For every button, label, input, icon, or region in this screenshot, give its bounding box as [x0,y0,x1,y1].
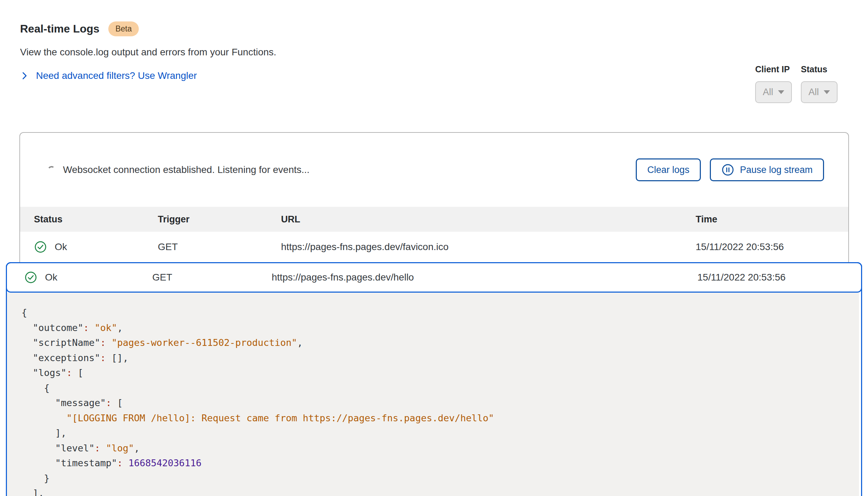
status-filter-label: Status [801,64,838,74]
check-circle-icon [34,240,47,254]
status-value: Ok [55,241,67,252]
log-detail-panel: { "outcome": "ok", "scriptName": "pages-… [7,293,859,496]
json-code: { "outcome": "ok", "scriptName": "pages-… [21,305,859,496]
clear-logs-label: Clear logs [647,165,689,175]
spinner-icon [47,165,56,174]
url-value: https://pages-fns.pages.dev/hello [272,272,697,283]
col-trigger: Trigger [158,214,281,225]
pause-log-stream-button[interactable]: Pause log stream [710,158,824,181]
panel-actions: Clear logs Pause log stream [636,158,824,181]
logs-panel-toolbar: Websocket connection established. Listen… [20,133,848,207]
trigger-value: GET [152,272,272,283]
pause-log-stream-label: Pause log stream [740,165,813,175]
status-filter: Status All [801,64,838,103]
trigger-value: GET [158,241,281,252]
status-cell: Ok [34,240,158,254]
page-header: Real-time Logs Beta View the console.log… [0,0,868,82]
chevron-down-icon [778,90,784,94]
table-header: Status Trigger URL Time [20,207,848,232]
wrangler-link[interactable]: Need advanced filters? Use Wrangler [20,70,197,81]
pause-icon [721,163,734,176]
client-ip-filter-value: All [763,87,773,98]
col-url: URL [281,214,696,225]
chevron-down-icon [824,90,830,94]
url-value: https://pages-fns.pages.dev/favicon.ico [281,241,696,252]
check-circle-icon [24,271,37,284]
filters: Client IP All Status All [755,64,838,103]
wrangler-link-label: Need advanced filters? Use Wrangler [36,70,197,81]
expanded-log-entry: Ok GET https://pages-fns.pages.dev/hello… [6,262,862,496]
logs-panel: Websocket connection established. Listen… [19,132,849,262]
col-time: Time [696,214,848,225]
title-row: Real-time Logs Beta [20,21,848,36]
status-value: Ok [45,272,57,283]
status-filter-dropdown[interactable]: All [801,81,838,103]
col-status: Status [34,214,158,225]
time-value: 15/11/2022 20:53:56 [697,272,861,283]
status-filter-value: All [808,87,819,98]
table-row-selected[interactable]: Ok GET https://pages-fns.pages.dev/hello… [6,262,862,293]
time-value: 15/11/2022 20:53:56 [696,241,848,252]
page-title: Real-time Logs [20,22,99,35]
client-ip-filter-dropdown[interactable]: All [755,81,792,103]
client-ip-filter-label: Client IP [755,64,792,74]
chevron-right-icon [20,71,29,80]
status-cell: Ok [24,271,152,284]
table-row[interactable]: Ok GET https://pages-fns.pages.dev/favic… [20,232,848,262]
clear-logs-button[interactable]: Clear logs [636,158,701,181]
client-ip-filter: Client IP All [755,64,792,103]
websocket-status-message: Websocket connection established. Listen… [63,164,309,175]
page-subtitle: View the console.log output and errors f… [20,47,848,58]
beta-badge: Beta [108,21,138,36]
